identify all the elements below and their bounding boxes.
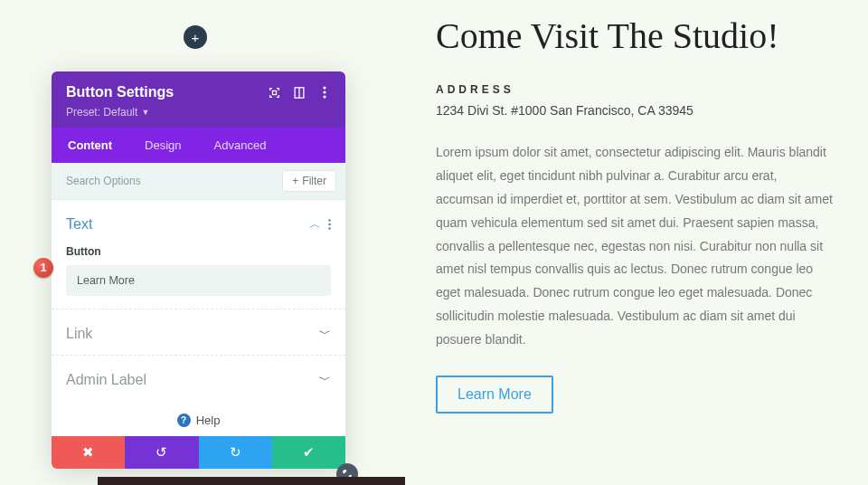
chevron-down-icon: ﹀ (319, 372, 331, 388)
add-module-button[interactable]: + (184, 25, 207, 49)
section-link-header[interactable]: Link ﹀ (66, 326, 331, 342)
button-field-label: Button (66, 245, 331, 258)
preset-selector[interactable]: Preset: Default ▼ (66, 106, 331, 119)
help-label: Help (196, 414, 221, 427)
cancel-button[interactable]: ✖ (52, 436, 125, 469)
section-text-title: Text (66, 216, 309, 233)
panel-tabs: Content Design Advanced (52, 128, 345, 163)
page-content: Come Visit The Studio! ADDRESS 1234 Divi… (436, 16, 834, 414)
svg-point-7 (328, 223, 331, 226)
filter-button[interactable]: + Filter (282, 170, 336, 192)
check-icon: ✔ (303, 444, 315, 461)
kebab-icon[interactable] (318, 86, 331, 99)
address-text: 1234 Divi St. #1000 San Francisco, CA 33… (436, 103, 834, 118)
snap-icon[interactable] (293, 86, 306, 99)
page-body-text: Lorem ipsum dolor sit amet, consectetur … (436, 141, 834, 352)
help-row[interactable]: ? Help (52, 401, 345, 436)
undo-button[interactable]: ↺ (125, 436, 198, 469)
section-admin-title: Admin Label (66, 372, 319, 388)
section-kebab-icon[interactable] (328, 219, 331, 230)
help-icon: ? (177, 414, 191, 427)
svg-point-6 (328, 219, 331, 222)
redo-icon: ↻ (230, 444, 241, 461)
bottom-image-strip (98, 477, 405, 485)
preset-label: Preset: Default (66, 106, 137, 119)
filter-label: Filter (302, 175, 326, 187)
save-button[interactable]: ✔ (272, 436, 345, 469)
search-options-row: Search Options + Filter (52, 163, 345, 200)
tab-content[interactable]: Content (52, 128, 128, 163)
svg-point-4 (323, 90, 326, 93)
redo-button[interactable]: ↻ (199, 436, 272, 469)
expand-icon[interactable] (268, 86, 280, 99)
section-text: Text ︿ Button (52, 200, 345, 309)
address-label: ADDRESS (436, 83, 834, 96)
section-admin-label: Admin Label ﹀ (52, 356, 345, 401)
svg-point-5 (323, 95, 326, 98)
chevron-down-icon: ﹀ (319, 326, 331, 342)
button-text-input[interactable] (66, 265, 331, 296)
section-admin-header[interactable]: Admin Label ﹀ (66, 372, 331, 388)
tab-design[interactable]: Design (128, 128, 197, 163)
plus-icon: + (292, 175, 298, 187)
learn-more-button[interactable]: Learn More (436, 376, 553, 414)
panel-title: Button Settings (66, 84, 268, 100)
close-icon: ✖ (82, 444, 94, 461)
tab-advanced[interactable]: Advanced (198, 128, 283, 163)
svg-rect-0 (272, 90, 276, 94)
button-settings-panel: Button Settings Preset: Default ▼ Conten… (52, 71, 345, 469)
section-link-title: Link (66, 326, 319, 342)
panel-header-icons (268, 86, 331, 99)
step-badge-1: 1 (33, 258, 53, 278)
search-options-input[interactable]: Search Options (61, 175, 282, 187)
section-link: Link ﹀ (52, 309, 345, 356)
chevron-down-icon: ▼ (141, 108, 149, 117)
undo-icon: ↺ (156, 444, 167, 461)
page-heading: Come Visit The Studio! (436, 16, 834, 56)
panel-action-bar: ✖ ↺ ↻ ✔ (52, 436, 345, 469)
section-text-header[interactable]: Text ︿ (66, 216, 331, 233)
svg-point-8 (328, 227, 331, 230)
svg-point-3 (323, 86, 326, 89)
chevron-up-icon: ︿ (309, 216, 321, 233)
panel-header: Button Settings Preset: Default ▼ (52, 71, 345, 128)
